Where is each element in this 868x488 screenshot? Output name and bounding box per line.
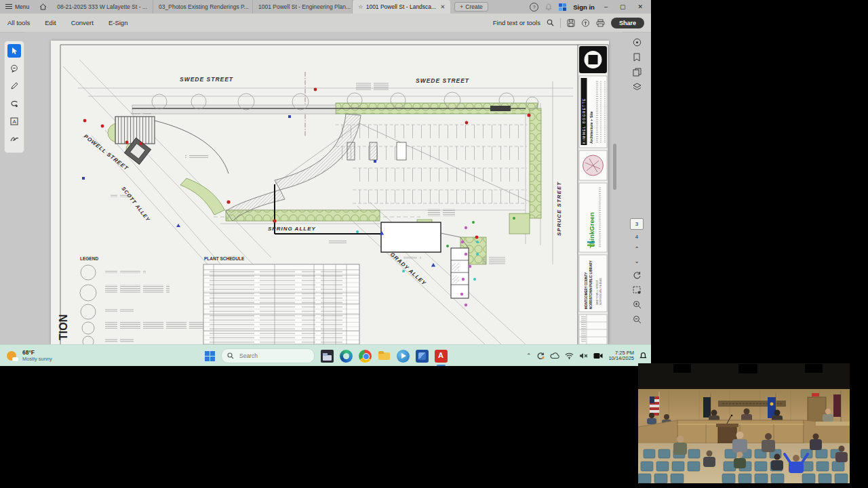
sign-in-button[interactable]: Sign in: [573, 3, 595, 11]
pdf-page: SWEDE STREET SWEDE STREET POWELL STREET …: [51, 41, 609, 344]
print-icon[interactable]: [596, 19, 605, 27]
draw-tool-button[interactable]: [7, 79, 21, 93]
layers-icon[interactable]: [633, 83, 642, 91]
window-minimize-button[interactable]: –: [601, 3, 610, 10]
tab-close-icon[interactable]: ✕: [440, 3, 445, 10]
window-close-button[interactable]: ✕: [635, 3, 646, 10]
signature-icon: [10, 136, 19, 143]
tray-chevron-up-icon[interactable]: ⌃: [526, 352, 532, 359]
notification-center-icon[interactable]: [639, 352, 647, 360]
all-tools-menu[interactable]: All tools: [0, 19, 37, 26]
tray-date: 10/14/2025: [608, 356, 634, 362]
frame-edge: [850, 363, 857, 483]
save-icon[interactable]: [567, 19, 575, 27]
zoom-in-icon[interactable]: [633, 300, 642, 309]
comment-tool-button[interactable]: [7, 62, 21, 75]
photos-app-icon[interactable]: [416, 350, 429, 363]
camera-active-icon[interactable]: [593, 352, 603, 359]
esign-menu[interactable]: E-Sign: [101, 19, 136, 26]
text-box-icon: A: [10, 117, 18, 125]
acrobat-quick-tools: A: [4, 41, 24, 153]
plus-icon: +: [460, 3, 463, 10]
home-button[interactable]: [35, 0, 52, 14]
firm-name: KIMMEL BOGRETTE: [583, 98, 586, 144]
taskbar-search[interactable]: [221, 348, 315, 363]
document-scrollbar[interactable]: [613, 144, 616, 190]
entry-plaza: [115, 117, 229, 174]
project-name: NORRISTOWN PUBLIC LIBRARY: [589, 260, 593, 309]
edge-browser-icon[interactable]: [340, 350, 353, 363]
bookmarks-icon[interactable]: [633, 53, 641, 62]
previous-page-button[interactable]: ⌃: [635, 246, 639, 252]
highlight-tool-button[interactable]: [7, 97, 21, 110]
acrobat-tab-bar: Menu 08-21-2025 333 W Lafayette St - ...…: [0, 0, 651, 14]
notifications-bell-icon[interactable]: [545, 3, 552, 11]
street-label-spruce: SPRUCE STREET: [556, 182, 562, 236]
app-launcher-grid-icon[interactable]: [559, 3, 566, 11]
chrome-browser-icon[interactable]: [359, 350, 372, 363]
wifi-icon[interactable]: [565, 352, 574, 359]
convert-menu[interactable]: Convert: [64, 19, 101, 26]
document-viewport[interactable]: SWEDE STREET SWEDE STREET POWELL STREET …: [24, 32, 623, 344]
broadcast-frame: Menu 08-21-2025 333 W Lafayette St - ...…: [0, 0, 868, 488]
title-block: KIMMEL BOGRETTE Architecture + Site Thin…: [579, 46, 607, 344]
project-address-1: 1001 POWELL STREET: [596, 280, 599, 305]
tab-document-active[interactable]: ☆ 1001 Powell St - Landsca... ✕: [353, 0, 450, 14]
next-page-button[interactable]: ⌄: [635, 258, 639, 264]
council-chamber-scene: [638, 363, 857, 483]
comment-bubble-icon: [10, 64, 19, 73]
media-player-icon[interactable]: [397, 350, 410, 363]
tab-document-2[interactable]: 03_Photos Existing Renderings P...: [153, 0, 253, 14]
ai-assistant-icon[interactable]: [633, 38, 642, 47]
windows-taskbar: 68°F Mostly sunny A ⌃: [0, 344, 651, 366]
tab-document-3[interactable]: 1001 Powell St - Engineering Plan...: [253, 0, 353, 14]
add-text-tool-button[interactable]: A: [7, 115, 21, 128]
street-label-swede-left: SWEDE STREET: [180, 76, 233, 83]
active-app-indicator: [437, 365, 446, 366]
snapshot-icon[interactable]: [633, 286, 642, 294]
search-icon[interactable]: [547, 19, 554, 26]
parking-field: [336, 125, 527, 203]
street-label-swede-right: SWEDE STREET: [416, 77, 469, 84]
firm-tagline: Architecture + Site: [589, 111, 593, 144]
find-text-button[interactable]: Find text or tools: [493, 19, 540, 26]
weather-temperature: 68°F: [22, 350, 52, 356]
acrobat-right-rail: 3 4 ⌃ ⌄: [623, 32, 651, 344]
volume-muted-icon[interactable]: [579, 352, 588, 359]
upload-cloud-icon[interactable]: [581, 19, 590, 27]
start-button[interactable]: [205, 351, 215, 361]
zoom-out-icon[interactable]: [633, 315, 642, 324]
rotate-page-icon[interactable]: [633, 271, 642, 280]
acrobat-app-icon[interactable]: A: [435, 350, 448, 363]
dark-flag: [703, 397, 711, 418]
file-explorer-icon[interactable]: [321, 350, 334, 363]
us-flag: [650, 396, 659, 415]
maroon-flag: [833, 394, 841, 417]
window-maximize-button[interactable]: ▢: [617, 3, 629, 10]
page-number-input[interactable]: 3: [630, 218, 644, 230]
edit-menu[interactable]: Edit: [37, 19, 63, 26]
fill-sign-tool-button[interactable]: [7, 132, 21, 146]
svg-text:A: A: [12, 119, 16, 125]
project-address-2: NORRISTOWN, PA 19401: [599, 278, 602, 305]
select-tool-button[interactable]: [7, 44, 21, 58]
share-button[interactable]: Share: [611, 18, 644, 28]
create-tab-button[interactable]: + Create: [454, 2, 488, 12]
street-label-scott: SCOTT ALLEY: [120, 186, 151, 223]
search-input[interactable]: [238, 352, 295, 360]
help-icon[interactable]: ?: [530, 3, 538, 12]
pencil-icon: [10, 82, 18, 90]
favorite-star-icon[interactable]: ☆: [358, 3, 363, 10]
menu-button[interactable]: Menu: [0, 0, 35, 14]
folder-icon[interactable]: [378, 350, 391, 363]
weather-widget[interactable]: 68°F Mostly sunny: [0, 350, 52, 362]
page-count-label: 4: [635, 234, 638, 240]
section-title-partial: TION: [58, 314, 69, 340]
sync-icon[interactable]: [536, 352, 545, 360]
clock-widget[interactable]: 7:25 PM 10/14/2025: [608, 350, 634, 362]
tab-document-1[interactable]: 08-21-2025 333 W Lafayette St - ...: [52, 0, 153, 14]
onedrive-cloud-icon[interactable]: [550, 352, 559, 359]
blue-flag: [768, 397, 776, 418]
page-thumbnails-icon[interactable]: [633, 68, 642, 77]
cursor-arrow-icon: [11, 47, 18, 55]
